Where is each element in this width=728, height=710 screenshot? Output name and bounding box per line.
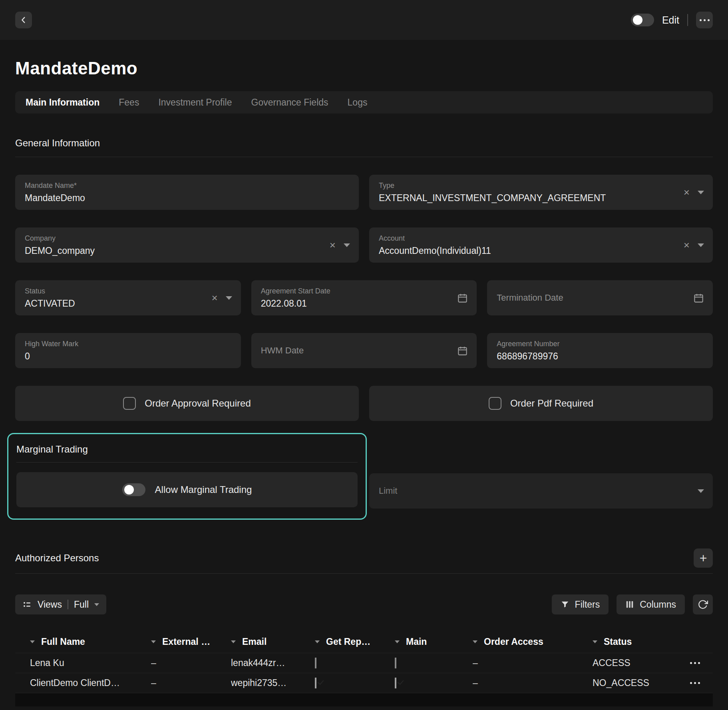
authorized-persons-section-title: Authorized Persons [15,552,99,564]
get-reports-checkbox[interactable] [315,658,316,668]
cell-full-name: ClientDemo ClientD… [15,678,151,688]
row-menu-icon[interactable] [690,662,700,664]
column-header-label: Order Access [484,636,543,647]
clear-icon[interactable]: × [684,187,690,197]
limit-field[interactable]: Limit [369,473,713,509]
partial-next-row [15,693,713,706]
cell-status: ACCESS [593,658,677,668]
column-menu-icon[interactable] [231,640,236,643]
cell-order-access: – [473,678,593,688]
marginal-trading-section-title: Marginal Trading [16,444,358,455]
columns-button[interactable]: Columns [617,594,685,614]
calendar-icon[interactable] [457,345,468,356]
termination-date-field[interactable]: Termination Date [487,280,713,315]
column-header-label: Full Name [41,636,85,647]
chevron-down-icon[interactable] [344,243,350,247]
tab-main-information[interactable]: Main Information [26,97,99,108]
mandate-name-field[interactable]: Mandate Name* MandateDemo [15,175,359,210]
authorized-persons-header: Authorized Persons + [15,548,713,574]
clear-icon[interactable]: × [330,240,336,250]
table-row[interactable]: Lena Ku – lenak444zr… – ACCESS [15,653,713,673]
column-header-label: Status [604,636,632,647]
order-approval-required-checkbox[interactable] [123,397,136,410]
more-actions-button[interactable] [696,12,713,28]
chevron-down-icon[interactable] [698,243,704,247]
order-approval-required-field[interactable]: Order Approval Required [15,386,359,421]
add-authorized-person-button[interactable]: + [694,548,713,568]
tab-governance-fields[interactable]: Governance Fields [251,97,328,108]
allow-marginal-trading-toggle[interactable] [122,483,145,496]
main-checkbox[interactable] [395,658,396,668]
field-value: 0 [25,351,210,362]
field-label: Agreement Number [497,340,682,348]
column-menu-icon[interactable] [593,640,597,643]
field-label: Mandate Name* [25,181,328,190]
chevron-down-icon[interactable] [226,296,232,300]
order-pdf-required-checkbox[interactable] [489,397,501,410]
tab-fees[interactable]: Fees [119,97,139,108]
section-divider [16,462,358,463]
field-label: Termination Date [497,293,682,303]
field-adornments: × [684,227,704,263]
row-menu-icon[interactable] [690,682,700,684]
table-toolbar: Views Full Filters Columns [15,594,713,614]
high-water-mark-field[interactable]: High Water Mark 0 [15,333,241,368]
hwm-date-field[interactable]: HWM Date [251,333,477,368]
status-field[interactable]: Status ACTIVATED × [15,280,241,315]
form-row: High Water Mark 0 HWM Date Agreement Num… [15,333,713,368]
column-header-main: Main [395,636,473,647]
table-row[interactable]: ClientDemo ClientD… – wepihi2735… – NO_A… [15,673,713,693]
clear-icon[interactable]: × [211,293,217,303]
cell-external: – [151,678,231,688]
field-label: Status [25,287,210,295]
order-pdf-required-field[interactable]: Order Pdf Required [369,386,713,421]
agreement-start-date-field[interactable]: Agreement Start Date 2022.08.01 [251,280,477,315]
vertical-divider [687,14,688,26]
authorized-persons-table: Full Name External … Email Get Rep… Main… [15,630,713,706]
cell-get-reports [315,658,395,668]
column-menu-icon[interactable] [30,640,35,643]
general-information-section-title: General Information [15,138,713,157]
form-row: Mandate Name* MandateDemo Type EXTERNAL_… [15,175,713,210]
column-menu-icon[interactable] [395,640,400,643]
field-value: ACTIVATED [25,298,210,309]
back-button[interactable] [15,12,32,28]
column-header-email: Email [231,636,315,647]
column-menu-icon[interactable] [151,640,156,643]
filters-button[interactable]: Filters [552,594,609,614]
calendar-icon[interactable] [457,293,468,303]
chevron-down-icon[interactable] [698,489,704,493]
calendar-icon[interactable] [693,293,704,303]
allow-marginal-trading-field[interactable]: Allow Marginal Trading [16,472,358,507]
field-value: AccountDemo(Individual)11 [379,245,682,256]
company-field[interactable]: Company DEMO_company × [15,227,359,263]
cell-order-access: – [473,658,593,668]
views-button[interactable]: Views Full [15,594,106,614]
column-header-order-access: Order Access [473,636,593,647]
tab-logs[interactable]: Logs [348,97,368,108]
field-value: MandateDemo [25,193,328,203]
form-row: Company DEMO_company × Account AccountDe… [15,227,713,263]
edit-toggle[interactable] [631,14,654,26]
cell-main [395,658,473,668]
column-header-label: Email [242,636,267,647]
agreement-number-field[interactable]: Agreement Number 686896789976 [487,333,713,368]
checkbox-label: Order Pdf Required [510,398,593,409]
columns-icon [625,600,634,609]
column-menu-icon[interactable] [473,640,477,643]
account-field[interactable]: Account AccountDemo(Individual)11 × [369,227,713,263]
field-adornments: × [330,227,350,263]
type-field[interactable]: Type EXTERNAL_INVESTMENT_COMPANY_AGREEME… [369,175,713,210]
field-label: Type [379,181,682,190]
column-menu-icon[interactable] [315,640,320,643]
filters-label: Filters [575,599,600,610]
clear-icon[interactable]: × [684,240,690,250]
topbar-actions: Edit [631,12,713,28]
tab-investment-profile[interactable]: Investment Profile [158,97,232,108]
cell-get-reports [315,678,395,688]
get-reports-checkbox[interactable] [315,678,316,688]
main-checkbox[interactable] [395,678,396,688]
chevron-down-icon[interactable] [698,191,704,194]
refresh-button[interactable] [693,594,713,614]
form-row: Order Approval Required Order Pdf Requir… [15,386,713,421]
